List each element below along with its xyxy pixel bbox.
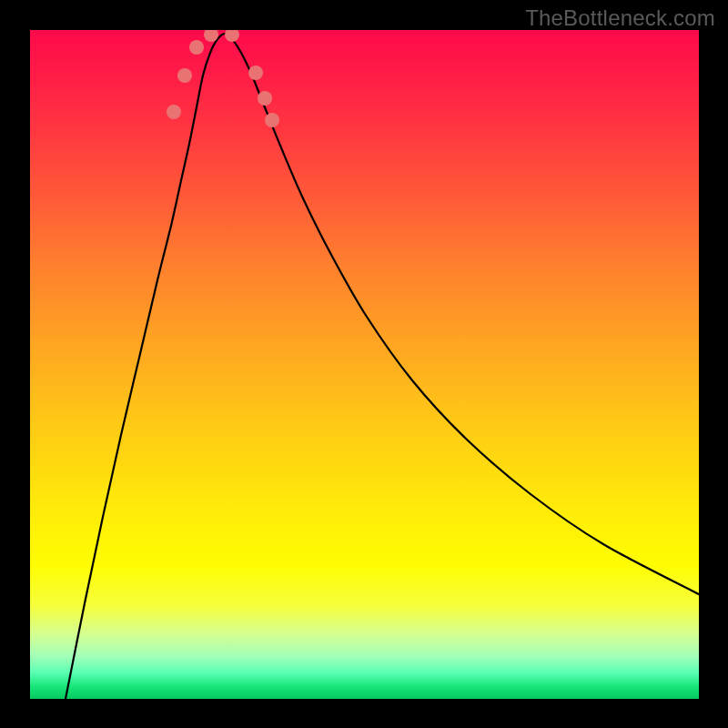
curve-marker (167, 105, 181, 119)
curve-marker (265, 113, 279, 127)
watermark-text: TheBottleneck.com (525, 5, 715, 31)
curve-marker (248, 66, 263, 80)
curve-marker (189, 40, 204, 55)
chart-frame: TheBottleneck.com (0, 0, 728, 728)
curve-marker (177, 68, 192, 83)
curve-marker (225, 30, 239, 42)
curve-marker (258, 91, 272, 106)
chart-svg (30, 30, 699, 699)
marker-group (167, 30, 279, 127)
bottleneck-curve (66, 34, 699, 699)
plot-area (30, 30, 699, 699)
